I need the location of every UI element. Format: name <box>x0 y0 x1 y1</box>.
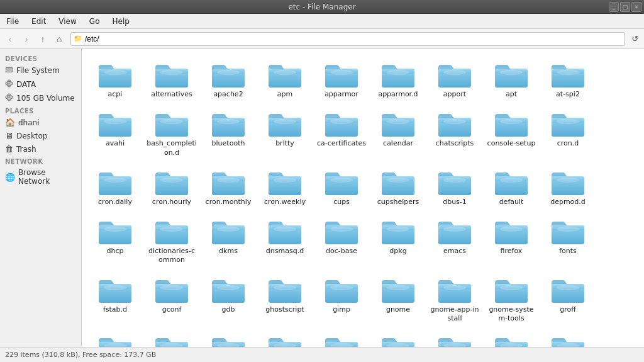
sidebar-item-file-system[interactable]: File System <box>0 64 81 77</box>
folder-item[interactable]: bash_completion.d <box>143 103 200 162</box>
folder-item[interactable]: gnome-app-install <box>426 269 483 328</box>
folder-label: firefox <box>501 247 523 256</box>
folder-item[interactable]: groff <box>540 269 596 328</box>
file-area: acpi alternatives <box>82 49 644 347</box>
svg-point-7 <box>8 96 10 98</box>
folder-item[interactable]: gnome <box>370 269 426 328</box>
folder-item[interactable]: ghostscript <box>257 269 313 328</box>
address-input[interactable] <box>85 35 622 43</box>
window-controls[interactable]: _ □ × <box>609 2 641 12</box>
folder-item[interactable]: cron.monthly <box>200 162 257 211</box>
folder-item[interactable]: dpkg <box>370 211 426 269</box>
folder-item[interactable]: init <box>426 327 483 347</box>
folder-item[interactable]: grub.d <box>87 327 143 347</box>
sidebar-item-105-gb-volume[interactable]: 105 GB Volume <box>0 91 81 105</box>
folder-item[interactable]: cron.hourly <box>143 162 200 211</box>
folder-item[interactable]: console-setup <box>483 103 540 162</box>
folder-item[interactable]: cups <box>313 162 370 211</box>
folder-item[interactable]: apparmor <box>313 54 370 103</box>
folder-icon <box>550 215 586 246</box>
folder-item[interactable]: fonts <box>540 211 596 269</box>
folder-item[interactable]: depmod.d <box>540 162 596 211</box>
menu-item-help[interactable]: Help <box>108 16 133 27</box>
sidebar-item-label: File System <box>16 66 60 75</box>
folder-item[interactable]: apache2 <box>200 54 257 103</box>
folder-item[interactable]: doc-base <box>313 211 370 269</box>
folder-icon <box>324 166 359 196</box>
folder-item[interactable]: apm <box>257 54 313 103</box>
title-text: etc - File Manager <box>288 3 355 11</box>
forward-button[interactable]: › <box>19 31 34 47</box>
sidebar-item-browse-network[interactable]: 🌐Browse Network <box>0 166 81 188</box>
folder-label: bash_completion.d <box>147 139 197 157</box>
folder-item[interactable]: gtk-2.0 <box>143 327 200 347</box>
svg-point-127 <box>274 285 296 290</box>
folder-item[interactable]: alternatives <box>143 54 200 103</box>
folder-item[interactable]: cron.d <box>540 103 596 162</box>
folder-item[interactable]: gtk-3.0 <box>200 327 257 347</box>
folder-item[interactable]: dictionaries-common <box>143 211 200 269</box>
minimize-button[interactable]: _ <box>609 2 619 12</box>
folder-item[interactable]: default <box>483 162 540 211</box>
folder-item[interactable]: gdb <box>200 269 257 328</box>
folder-item[interactable]: dnsmasq.d <box>257 211 313 269</box>
close-button[interactable]: × <box>631 2 641 12</box>
folder-item[interactable]: cron.daily <box>87 162 143 211</box>
folder-item[interactable]: acpi <box>87 54 143 103</box>
folder-item[interactable]: gimp <box>313 269 370 328</box>
folder-item[interactable]: firefox <box>483 211 540 269</box>
folder-item[interactable]: at-spi2 <box>540 54 596 103</box>
folder-item[interactable]: hp <box>313 327 370 347</box>
folder-item[interactable]: fstab.d <box>87 269 143 328</box>
folder-icon <box>380 332 416 347</box>
menu-item-go[interactable]: Go <box>86 16 104 27</box>
sidebar-item-dhani[interactable]: 🏠dhani <box>0 116 81 129</box>
sidebar-item-trash[interactable]: 🗑Trash <box>0 142 81 156</box>
folder-item[interactable]: avahi <box>87 103 143 162</box>
svg-point-43 <box>217 119 240 124</box>
folder-item[interactable]: apport <box>426 54 483 103</box>
folder-item[interactable]: bluetooth <box>200 103 257 162</box>
folder-item[interactable]: ca-certificates <box>313 103 370 162</box>
folder-item[interactable]: ifplugd <box>370 327 426 347</box>
sidebar-item-label: Desktop <box>16 132 48 140</box>
menu-item-view[interactable]: View <box>55 16 80 27</box>
svg-point-22 <box>330 70 353 75</box>
folder-item[interactable]: dkms <box>200 211 257 269</box>
maximize-button[interactable]: □ <box>620 2 630 12</box>
folder-label: cron.daily <box>98 198 132 206</box>
folder-icon <box>324 108 359 138</box>
home-button[interactable]: ⌂ <box>52 31 67 47</box>
menu-item-file[interactable]: File <box>3 16 23 27</box>
folder-item[interactable]: dbus-1 <box>426 162 483 211</box>
folder-label: apparmor.d <box>378 90 418 99</box>
folder-item[interactable]: init.d <box>483 327 540 347</box>
back-button[interactable]: ‹ <box>3 31 18 47</box>
folder-item[interactable]: gconf <box>143 269 200 328</box>
folder-item[interactable]: apparmor.d <box>370 54 426 103</box>
folder-item[interactable]: cupshelpers <box>370 162 426 211</box>
folder-icon <box>550 332 586 347</box>
folder-item[interactable]: chatscripts <box>426 103 483 162</box>
reload-button[interactable]: ↺ <box>629 33 641 45</box>
sidebar-item-data[interactable]: DATA <box>0 77 81 91</box>
svg-point-10 <box>104 70 126 75</box>
folder-item[interactable]: brltty <box>257 103 313 162</box>
folder-item[interactable]: gnome-system-tools <box>483 269 540 328</box>
sidebar-item-desktop[interactable]: 🖥Desktop <box>0 129 81 142</box>
folder-label: groff <box>560 305 576 314</box>
up-button[interactable]: ↑ <box>35 31 50 47</box>
folder-label: doc-base <box>326 247 357 256</box>
folder-item[interactable]: apt <box>483 54 540 103</box>
folder-label: apt <box>506 90 517 99</box>
svg-point-109 <box>443 227 466 232</box>
folder-item[interactable]: calendar <box>370 103 426 162</box>
folder-item[interactable]: dhcp <box>87 211 143 269</box>
folder-item[interactable]: gtkmathview <box>257 327 313 347</box>
folder-item[interactable]: cron.weekly <box>257 162 313 211</box>
folder-item[interactable]: initramfs-tools <box>540 327 596 347</box>
menu-item-edit[interactable]: Edit <box>28 16 50 27</box>
folder-icon <box>324 332 359 347</box>
folder-item[interactable]: emacs <box>426 211 483 269</box>
svg-point-91 <box>104 227 126 232</box>
